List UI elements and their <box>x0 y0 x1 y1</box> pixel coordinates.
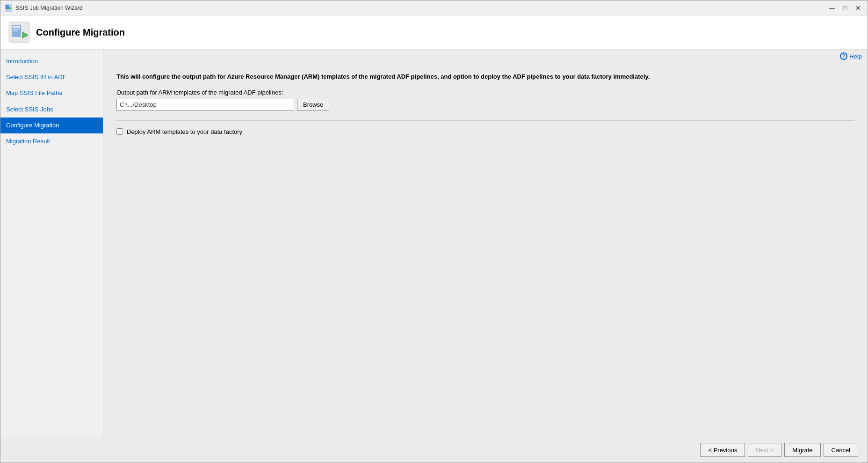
main-window: SSIS Job Migration Wizard — □ ✕ Configur… <box>0 0 868 463</box>
output-path-label: Output path for ARM templates of the mig… <box>116 89 854 96</box>
deploy-checkbox-label[interactable]: Deploy ARM templates to your data factor… <box>127 128 242 135</box>
svg-rect-6 <box>13 29 20 29</box>
migrate-button[interactable]: Migrate <box>784 443 820 457</box>
description-text: This will configure the output path for … <box>116 72 854 81</box>
help-label: Help <box>849 53 862 60</box>
app-icon <box>4 4 13 12</box>
sidebar-item-select-ssis-jobs[interactable]: Select SSIS Jobs <box>0 102 103 118</box>
close-button[interactable]: ✕ <box>853 3 864 13</box>
sidebar-item-migration-result[interactable]: Migration Result <box>0 133 103 149</box>
main-content: Introduction Select SSIS IR in ADF Map S… <box>0 50 868 437</box>
browse-button[interactable]: Browse <box>297 99 329 111</box>
help-link[interactable]: ? Help <box>840 52 862 60</box>
minimize-button[interactable]: — <box>826 3 838 13</box>
page-title: Configure Migration <box>36 27 125 38</box>
svg-point-9 <box>23 33 27 37</box>
previous-button[interactable]: < Previous <box>700 443 745 457</box>
content-body: This will configure the output path for … <box>103 63 868 437</box>
content-top-bar: ? Help <box>103 50 868 63</box>
path-row: Browse <box>116 99 854 111</box>
svg-rect-7 <box>13 30 18 31</box>
title-bar: SSIS Job Migration Wizard — □ ✕ <box>0 0 868 15</box>
cancel-button[interactable]: Cancel <box>824 443 858 457</box>
deploy-checkbox[interactable] <box>116 128 123 135</box>
title-bar-text: SSIS Job Migration Wizard <box>15 5 826 11</box>
sidebar-item-select-ssis-ir[interactable]: Select SSIS IR in ADF <box>0 69 103 85</box>
header-section: Configure Migration <box>0 15 868 50</box>
help-icon: ? <box>840 52 847 60</box>
next-button[interactable]: Next > <box>748 443 781 457</box>
content-area: ? Help This will configure the output pa… <box>103 50 868 437</box>
divider <box>116 120 854 121</box>
sidebar-item-introduction[interactable]: Introduction <box>0 53 103 69</box>
sidebar-item-configure-migration[interactable]: Configure Migration <box>0 118 103 133</box>
header-icon <box>8 21 30 44</box>
maximize-button[interactable]: □ <box>839 3 851 13</box>
sidebar-item-map-ssis-file-paths[interactable]: Map SSIS File Paths <box>0 85 103 101</box>
svg-rect-5 <box>13 26 20 28</box>
output-path-input[interactable] <box>116 99 294 111</box>
footer: < Previous Next > Migrate Cancel <box>0 437 868 463</box>
title-bar-controls: — □ ✕ <box>826 3 864 13</box>
sidebar: Introduction Select SSIS IR in ADF Map S… <box>0 50 103 437</box>
checkbox-row: Deploy ARM templates to your data factor… <box>116 128 854 135</box>
